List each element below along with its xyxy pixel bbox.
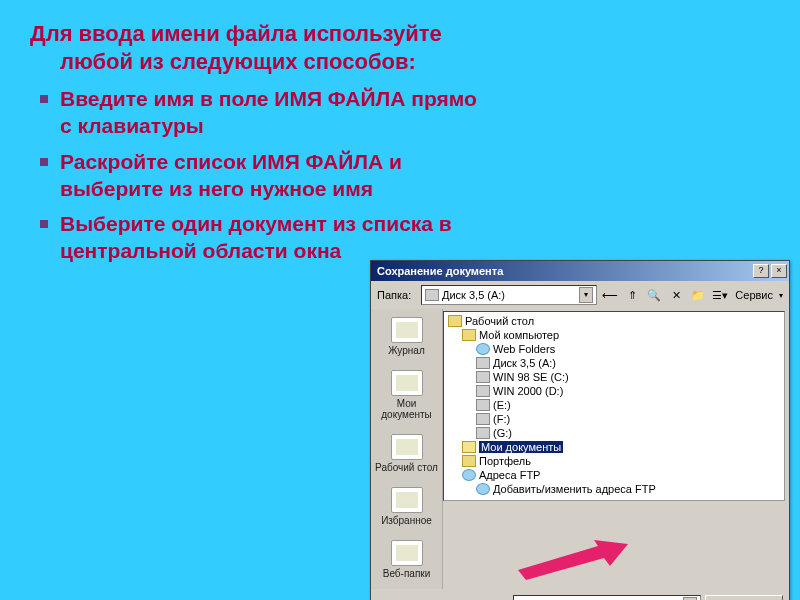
- desktop-icon: [391, 434, 423, 460]
- folder-tree[interactable]: Рабочий стол Мой компьютер Web Folders Д…: [443, 311, 785, 501]
- place-webfolders[interactable]: Веб-папки: [371, 534, 442, 587]
- up-icon[interactable]: ⇑: [623, 286, 641, 304]
- bullet-item: Раскройте список ИМЯ ФАЙЛА и выберите из…: [36, 148, 490, 203]
- service-menu[interactable]: Сервис: [733, 289, 775, 301]
- help-button[interactable]: ?: [753, 264, 769, 278]
- tree-node[interactable]: Портфель: [448, 454, 780, 468]
- tree-node[interactable]: Рабочий стол: [448, 314, 780, 328]
- globe-icon: [476, 343, 490, 355]
- bullet-item: Выберите один документ из списка в центр…: [36, 210, 490, 265]
- dialog-toolbar: Папка: Диск 3,5 (A:) ▾ ⟵ ⇑ 🔍 ✕ 📁 ☰▾ Серв…: [371, 281, 789, 309]
- tree-node[interactable]: (F:): [448, 412, 780, 426]
- save-dialog: Сохранение документа ? × Папка: Диск 3,5…: [370, 260, 790, 600]
- slide-bullets: Введите имя в поле ИМЯ ФАЙЛА прямо с кла…: [30, 85, 490, 265]
- titlebar: Сохранение документа ? ×: [371, 261, 789, 281]
- filename-input[interactable]: МетодWord20-25 ▾: [513, 595, 701, 600]
- slide-heading: Для ввода имени файла используйте любой …: [30, 20, 490, 75]
- place-history[interactable]: Журнал: [371, 311, 442, 364]
- delete-icon[interactable]: ✕: [667, 286, 685, 304]
- drive-icon: [476, 385, 490, 397]
- drive-icon: [476, 427, 490, 439]
- place-favorites[interactable]: Избранное: [371, 481, 442, 534]
- dialog-bottom: Имя файла: МетодWord20-25 ▾ Сохранить Ти…: [371, 589, 789, 600]
- mydocs-icon: [391, 370, 423, 396]
- computer-icon: [462, 329, 476, 341]
- drive-icon: [476, 399, 490, 411]
- globe-icon: [476, 483, 490, 495]
- drive-icon: [425, 289, 439, 301]
- chevron-down-icon[interactable]: ▾: [579, 287, 593, 303]
- tree-node[interactable]: Мой компьютер: [448, 328, 780, 342]
- tree-node[interactable]: WIN 2000 (D:): [448, 384, 780, 398]
- favorites-icon: [391, 487, 423, 513]
- places-bar: Журнал Мои документы Рабочий стол Избран…: [371, 309, 443, 589]
- dialog-body: Журнал Мои документы Рабочий стол Избран…: [371, 309, 789, 589]
- new-folder-icon[interactable]: 📁: [689, 286, 707, 304]
- tree-node[interactable]: Web Folders: [448, 342, 780, 356]
- dialog-title: Сохранение документа: [377, 265, 751, 277]
- drive-icon: [476, 371, 490, 383]
- history-icon: [391, 317, 423, 343]
- tree-node[interactable]: (G:): [448, 426, 780, 440]
- globe-icon: [462, 469, 476, 481]
- mydocs-icon: [462, 441, 476, 453]
- briefcase-icon: [462, 455, 476, 467]
- folder-dropdown[interactable]: Диск 3,5 (A:) ▾: [421, 285, 597, 305]
- drive-icon: [476, 413, 490, 425]
- close-button[interactable]: ×: [771, 264, 787, 278]
- drive-icon: [476, 357, 490, 369]
- views-icon[interactable]: ☰▾: [711, 286, 729, 304]
- tree-node[interactable]: Добавить/изменить адреса FTP: [448, 482, 780, 496]
- folder-current: Диск 3,5 (A:): [442, 289, 505, 301]
- slide-text: Для ввода имени файла используйте любой …: [0, 0, 520, 265]
- webfolders-icon: [391, 540, 423, 566]
- folder-label: Папка:: [377, 289, 417, 301]
- tree-node[interactable]: Диск 3,5 (A:): [448, 356, 780, 370]
- tree-node[interactable]: (E:): [448, 398, 780, 412]
- chevron-down-icon[interactable]: ▾: [779, 291, 783, 300]
- folder-icon: [448, 315, 462, 327]
- search-icon[interactable]: 🔍: [645, 286, 663, 304]
- bullet-item: Введите имя в поле ИМЯ ФАЙЛА прямо с кла…: [36, 85, 490, 140]
- place-mydocs[interactable]: Мои документы: [371, 364, 442, 428]
- place-desktop[interactable]: Рабочий стол: [371, 428, 442, 481]
- tree-node[interactable]: WIN 98 SE (C:): [448, 370, 780, 384]
- back-icon[interactable]: ⟵: [601, 286, 619, 304]
- save-button[interactable]: Сохранить: [705, 595, 783, 600]
- tree-node-selected[interactable]: Мои документы: [448, 440, 780, 454]
- tree-node[interactable]: Адреса FTP: [448, 468, 780, 482]
